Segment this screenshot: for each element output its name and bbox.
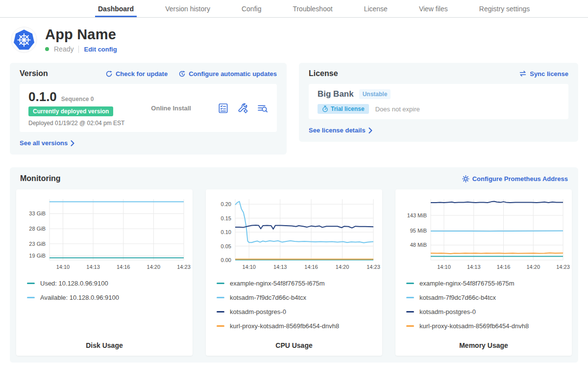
configure-prometheus-link[interactable]: Configure Prometheus Address bbox=[462, 175, 568, 183]
edit-config-link[interactable]: Edit config bbox=[84, 46, 117, 53]
version-card: Version Check for update Configure autom… bbox=[10, 63, 287, 155]
disk-usage-chart: 14:1014:1314:1614:2014:2319 GiB23 GiB28 … bbox=[22, 194, 187, 273]
preflight-checks-icon[interactable] bbox=[218, 103, 229, 114]
status-dot bbox=[45, 47, 49, 51]
tab-troubleshoot[interactable]: Troubleshoot bbox=[290, 0, 335, 17]
svg-text:14:10: 14:10 bbox=[242, 264, 256, 270]
stopwatch-icon bbox=[322, 105, 328, 112]
svg-text:14:16: 14:16 bbox=[117, 264, 130, 270]
svg-text:14:13: 14:13 bbox=[86, 264, 100, 270]
divider bbox=[78, 46, 79, 53]
disk-usage-card: 14:1014:1314:1614:2014:2319 GiB23 GiB28 … bbox=[16, 189, 193, 356]
chart-title: Disk Usage bbox=[22, 337, 187, 349]
page-title: App Name bbox=[45, 26, 117, 43]
channel-badge: Unstable bbox=[359, 89, 391, 99]
svg-text:0.10: 0.10 bbox=[221, 229, 231, 235]
clock-refresh-icon bbox=[178, 70, 186, 78]
legend-dash bbox=[406, 325, 414, 327]
svg-text:14:20: 14:20 bbox=[526, 264, 540, 270]
legend-dash bbox=[217, 325, 224, 327]
svg-text:14:16: 14:16 bbox=[497, 264, 511, 270]
legend-item: kotsadm-postgres-0 bbox=[406, 308, 566, 315]
customer-name: Big Bank bbox=[318, 89, 354, 99]
legend-dash bbox=[27, 297, 35, 298]
tab-view-files[interactable]: View files bbox=[416, 0, 451, 17]
legend-item: kurl-proxy-kotsadm-8569fb6454-dnvh8 bbox=[406, 322, 566, 330]
legend-dash bbox=[406, 283, 414, 284]
legend-item: Used: 10.128.0.96:9100 bbox=[27, 280, 187, 287]
svg-text:14:23: 14:23 bbox=[367, 264, 380, 270]
refresh-icon bbox=[105, 70, 113, 78]
legend-item: example-nginx-54f8f76755-l675m bbox=[217, 280, 376, 287]
svg-text:0.20: 0.20 bbox=[221, 201, 231, 207]
svg-text:23 GiB: 23 GiB bbox=[29, 241, 46, 247]
chevron-right-icon bbox=[71, 140, 74, 146]
svg-text:19 GiB: 19 GiB bbox=[29, 253, 46, 259]
legend-label: kotsadm-postgres-0 bbox=[419, 308, 476, 315]
app-header: App Name Ready Edit config bbox=[0, 18, 588, 56]
legend-dash bbox=[217, 297, 224, 298]
tab-license[interactable]: License bbox=[361, 0, 391, 17]
legend-item: example-nginx-54f8f76755-l675m bbox=[406, 280, 566, 287]
top-navigation: Dashboard Version history Config Trouble… bbox=[0, 0, 588, 18]
tab-dashboard[interactable]: Dashboard bbox=[95, 0, 137, 17]
svg-text:14:10: 14:10 bbox=[437, 264, 451, 270]
legend-label: kurl-proxy-kotsadm-8569fb6454-dnvh8 bbox=[230, 322, 339, 330]
tab-registry-settings[interactable]: Registry settings bbox=[476, 0, 533, 17]
sync-arrows-icon bbox=[519, 70, 527, 77]
check-for-update-link[interactable]: Check for update bbox=[105, 70, 168, 78]
legend-dash bbox=[27, 283, 35, 284]
svg-text:28 GiB: 28 GiB bbox=[29, 226, 46, 232]
legend-label: kotsadm-7f9dc7d66c-b4tcx bbox=[419, 294, 496, 301]
memory-usage-legend: example-nginx-54f8f76755-l675mkotsadm-7f… bbox=[401, 280, 566, 337]
see-all-versions-link[interactable]: See all versions bbox=[20, 139, 74, 147]
chart-title: Memory Usage bbox=[401, 337, 566, 349]
memory-usage-chart: 14:1014:1314:1614:2014:2348 MiB95 MiB143… bbox=[401, 194, 566, 273]
sync-license-link[interactable]: Sync license bbox=[519, 70, 568, 78]
chart-title: CPU Usage bbox=[212, 337, 376, 349]
legend-label: example-nginx-54f8f76755-l675m bbox=[419, 280, 514, 287]
legend-dash bbox=[217, 283, 224, 284]
monitoring-title: Monitoring bbox=[20, 174, 61, 183]
expiry-label: Does not expire bbox=[375, 105, 420, 113]
configure-automatic-updates-link[interactable]: Configure automatic updates bbox=[178, 70, 277, 78]
cpu-usage-card: 14:1014:1314:1614:2014:230.000.050.100.1… bbox=[206, 189, 382, 356]
legend-label: Available: 10.128.0.96:9100 bbox=[40, 294, 119, 301]
tab-config[interactable]: Config bbox=[239, 0, 264, 17]
kubernetes-logo-icon bbox=[11, 26, 37, 53]
svg-text:14:13: 14:13 bbox=[467, 264, 481, 270]
current-version-box: 0.1.0 Sequence 0 Currently deployed vers… bbox=[20, 84, 277, 132]
view-logs-icon[interactable] bbox=[257, 103, 268, 114]
see-license-details-link[interactable]: See license details bbox=[309, 127, 372, 134]
legend-dash bbox=[217, 311, 224, 313]
legend-label: kotsadm-postgres-0 bbox=[230, 308, 286, 315]
legend-item: kurl-proxy-kotsadm-8569fb6454-dnvh8 bbox=[217, 322, 376, 330]
tab-version-history[interactable]: Version history bbox=[162, 0, 213, 17]
memory-usage-card: 14:1014:1314:1614:2014:2348 MiB95 MiB143… bbox=[395, 189, 572, 356]
legend-dash bbox=[406, 297, 414, 298]
svg-text:14:16: 14:16 bbox=[304, 264, 318, 270]
license-card-title: License bbox=[309, 69, 338, 78]
deployed-timestamp: Deployed 01/19/22 @ 02:04 pm EST bbox=[28, 120, 124, 127]
config-wrench-icon[interactable] bbox=[237, 103, 248, 114]
svg-text:14:20: 14:20 bbox=[336, 264, 349, 270]
status-text: Ready bbox=[54, 45, 74, 53]
legend-item: Available: 10.128.0.96:9100 bbox=[27, 294, 187, 301]
svg-text:0.15: 0.15 bbox=[221, 215, 231, 221]
legend-label: Used: 10.128.0.96:9100 bbox=[40, 280, 108, 287]
svg-text:14:23: 14:23 bbox=[177, 264, 191, 270]
chevron-right-icon bbox=[368, 128, 372, 133]
version-card-title: Version bbox=[20, 69, 48, 78]
legend-item: kotsadm-7f9dc7d66c-b4tcx bbox=[217, 294, 376, 301]
svg-text:0.05: 0.05 bbox=[221, 243, 231, 249]
legend-dash bbox=[406, 311, 414, 313]
svg-text:14:20: 14:20 bbox=[147, 264, 161, 270]
install-type-label: Online Install bbox=[151, 105, 191, 112]
svg-text:33 GiB: 33 GiB bbox=[29, 210, 46, 216]
trial-license-badge: Trial license bbox=[318, 104, 369, 114]
license-card: License Sync license Big Bank Unstable T… bbox=[299, 63, 578, 142]
svg-text:14:10: 14:10 bbox=[56, 264, 70, 270]
legend-label: kotsadm-7f9dc7d66c-b4tcx bbox=[230, 294, 306, 301]
summary-cards-row: Version Check for update Configure autom… bbox=[0, 56, 588, 155]
deployed-badge: Currently deployed version bbox=[28, 106, 113, 116]
